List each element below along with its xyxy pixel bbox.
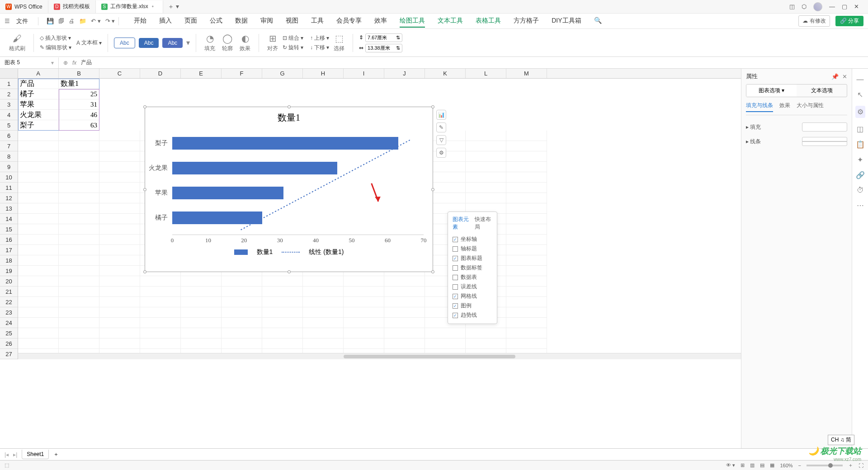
row-header[interactable]: 23	[0, 307, 18, 318]
select-all-corner[interactable]	[0, 69, 18, 78]
rotate-button[interactable]: ↻ 旋转 ▾	[283, 44, 303, 52]
row-header[interactable]: 2	[0, 89, 18, 99]
record-icon[interactable]: ⬚	[5, 462, 9, 468]
row-header[interactable]: 13	[0, 203, 18, 214]
row-header[interactable]: 26	[0, 338, 18, 349]
align-dropdown[interactable]: ⊞对齐	[265, 33, 280, 52]
reading-view-icon[interactable]: ▦	[770, 462, 774, 468]
chart-element-toggle[interactable]: ✓网格线	[453, 291, 492, 301]
tab-diy[interactable]: DIY工具箱	[552, 15, 581, 28]
checkbox-icon[interactable]	[453, 275, 458, 280]
tab-tools[interactable]: 工具	[311, 15, 324, 28]
tab-efficiency[interactable]: 效率	[374, 15, 387, 28]
fx-icon[interactable]: fx	[72, 60, 76, 66]
file-menu[interactable]: 文件	[14, 17, 30, 25]
select-button[interactable]: ⬚选择	[331, 33, 347, 52]
tab-drawing[interactable]: 绘图工具	[400, 15, 425, 28]
chart-element-toggle[interactable]: 数据表	[453, 273, 492, 282]
maximize-icon[interactable]: ▢	[842, 3, 847, 10]
cell-B4[interactable]: 46	[59, 110, 99, 120]
eye-icon[interactable]: 👁 ▾	[726, 462, 735, 468]
chart-element-toggle[interactable]: 误差线	[453, 282, 492, 291]
fill-select[interactable]	[802, 122, 847, 132]
grid-view-icon[interactable]: ⊞	[741, 462, 745, 468]
style-more[interactable]: ▾	[186, 38, 190, 47]
col-header[interactable]: J	[384, 69, 425, 78]
props-fill-row[interactable]: ▸ 填充	[746, 120, 847, 134]
col-header[interactable]: E	[181, 69, 222, 78]
subtab-fill-line[interactable]: 填充与线条	[746, 102, 773, 112]
row-header[interactable]: 15	[0, 224, 18, 235]
row-header[interactable]: 27	[0, 349, 18, 359]
row-header[interactable]: 1	[0, 79, 18, 89]
clipboard-icon[interactable]: 📋	[856, 140, 865, 149]
checkbox-icon[interactable]	[453, 265, 458, 271]
move-down[interactable]: ↓ 下移 ▾	[310, 44, 329, 52]
edit-shape[interactable]: ✎ 编辑形状 ▾	[40, 44, 71, 52]
row-header[interactable]: 19	[0, 266, 18, 276]
resize-handle[interactable]	[431, 105, 434, 108]
tab-table-tools[interactable]: 表格工具	[476, 15, 501, 28]
time-icon[interactable]: ⏱	[857, 186, 864, 194]
cell-A4[interactable]: 火龙果	[18, 110, 59, 120]
link-icon[interactable]: 🔗	[856, 171, 865, 179]
resize-handle[interactable]	[143, 105, 146, 108]
chart-legend[interactable]: 数量1 线性 (数量1)	[145, 248, 433, 256]
row-header[interactable]: 7	[0, 141, 18, 151]
chart-title[interactable]: 数量1	[145, 107, 433, 131]
cube-icon[interactable]: ⬡	[802, 3, 807, 10]
popup-tab-elements[interactable]: 图表元素	[453, 216, 470, 231]
col-header[interactable]: I	[344, 69, 384, 78]
chart-element-toggle[interactable]: 轴标题	[453, 244, 492, 254]
row-header[interactable]: 25	[0, 328, 18, 338]
subtab-size[interactable]: 大小与属性	[797, 102, 824, 112]
search-icon[interactable]: 🔍	[594, 15, 602, 28]
shapes-icon[interactable]: ✦	[857, 155, 863, 164]
cell-A5[interactable]: 梨子	[18, 120, 59, 131]
chart-settings-icon[interactable]: ⚙	[436, 148, 446, 158]
name-box[interactable]: 图表 5▾	[0, 57, 59, 68]
chart-element-toggle[interactable]: ✓坐标轴	[453, 235, 492, 244]
minimize-icon[interactable]: —	[829, 3, 835, 10]
props-tab-chart[interactable]: 图表选项 ▾	[746, 85, 797, 97]
share-button[interactable]: 🔗 分享	[835, 16, 863, 26]
sheet-tab[interactable]: Sheet1	[22, 450, 49, 459]
row-header[interactable]: 14	[0, 214, 18, 224]
checkbox-icon[interactable]: ✓	[453, 303, 458, 309]
chart-plot-area[interactable]: 梨子 火龙果 苹果 橘子	[172, 131, 424, 235]
popup-tab-layout[interactable]: 快速布局	[475, 216, 492, 231]
more-icon[interactable]: ⋯	[857, 201, 864, 210]
move-up[interactable]: ↑ 上移 ▾	[310, 34, 329, 42]
cell-A2[interactable]: 橘子	[18, 89, 59, 99]
props-line-row[interactable]: ▸ 线条	[746, 134, 847, 149]
scrollbar-thumb[interactable]	[344, 355, 515, 358]
group-button[interactable]: ⊡ 组合 ▾	[283, 34, 303, 42]
height-input[interactable]: 13.38厘米⇅	[365, 44, 402, 52]
text-box[interactable]: A 文本框 ▾	[76, 39, 102, 47]
menu-icon[interactable]: ☰	[5, 18, 10, 24]
cell-B5[interactable]: 63	[59, 120, 99, 131]
checkbox-icon[interactable]: ✓	[453, 237, 458, 242]
cell-A3[interactable]: 苹果	[18, 99, 59, 110]
resize-handle[interactable]	[288, 270, 291, 273]
add-tab-button[interactable]: ＋ ▾	[163, 3, 184, 11]
pin-icon[interactable]: 📌	[831, 73, 839, 80]
row-header[interactable]: 3	[0, 99, 18, 110]
print-icon[interactable]: 🖨	[69, 18, 75, 24]
row-header[interactable]: 20	[0, 276, 18, 287]
tab-text-tools[interactable]: 文本工具	[438, 15, 463, 28]
cells-area[interactable]: 产品 数量1 橘子 25 苹果 31 火龙果 46 梨子 63	[18, 79, 741, 359]
layers-icon[interactable]: ◫	[857, 125, 863, 133]
zoom-level[interactable]: 160%	[780, 463, 793, 468]
chart-element-toggle[interactable]: ✓图表标题	[453, 254, 492, 263]
tab-review[interactable]: 审阅	[260, 15, 273, 28]
row-header[interactable]: 18	[0, 255, 18, 266]
col-header[interactable]: F	[222, 69, 262, 78]
row-header[interactable]: 4	[0, 110, 18, 120]
tab-view[interactable]: 视图	[286, 15, 298, 28]
row-header[interactable]: 12	[0, 193, 18, 203]
checkbox-icon[interactable]: ✓	[453, 294, 458, 299]
tab-fanfan[interactable]: 方方格子	[514, 15, 539, 28]
style-abc-2[interactable]: Abc	[139, 38, 159, 48]
row-header[interactable]: 9	[0, 162, 18, 172]
